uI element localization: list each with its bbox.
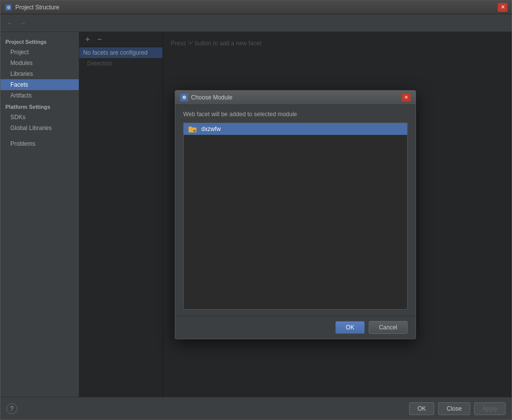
platform-settings-section: Platform Settings [0,101,79,112]
modal-title-icon: ⚙ [180,94,188,101]
modal-title-bar: ⚙ Choose Module ✕ [175,91,416,105]
ok-button[interactable]: OK [409,402,434,415]
window-close-button[interactable]: ✕ [498,3,508,12]
modal-body: Web facet will be added to selected modu… [175,105,416,316]
main-window: ⚙ Project Structure ✕ ← → Project Settin… [0,0,512,420]
sidebar-item-facets[interactable]: Facets [0,79,79,90]
svg-text:⚙: ⚙ [193,130,195,132]
back-button[interactable]: ← [4,18,15,29]
module-list: ⚙ dxzwfw [183,123,408,310]
modal-ok-button[interactable]: OK [335,321,364,334]
window-icon: ⚙ [4,3,12,11]
module-folder-icon: ⚙ [189,126,198,132]
right-panel: + − No facets are configured Detection P… [79,32,512,397]
bottom-right: OK Close Apply [409,402,506,415]
module-item-dxzwfw[interactable]: ⚙ dxzwfw [184,123,407,135]
svg-rect-3 [189,127,192,129]
bottom-bar: ? OK Close Apply [0,397,512,420]
title-bar: ⚙ Project Structure ✕ [0,0,512,14]
sidebar-item-global-libraries[interactable]: Global Libraries [0,123,79,133]
modal-close-button[interactable]: ✕ [402,94,411,101]
bottom-left: ? [6,403,17,414]
sidebar-item-project[interactable]: Project [0,47,79,58]
help-button[interactable]: ? [6,403,17,414]
sidebar-item-problems[interactable]: Problems [0,138,79,149]
modal-footer: OK Cancel [175,316,416,339]
sidebar-item-libraries[interactable]: Libraries [0,68,79,79]
choose-module-dialog: ⚙ Choose Module ✕ Web facet will be adde… [175,90,416,339]
main-body: Project Settings Project Modules Librari… [0,32,512,397]
sidebar-item-artifacts[interactable]: Artifacts [0,90,79,101]
modal-overlay: ⚙ Choose Module ✕ Web facet will be adde… [79,32,512,397]
modal-subtitle: Web facet will be added to selected modu… [183,111,408,118]
project-settings-section: Project Settings [0,36,79,47]
modal-title: Choose Module [191,94,402,101]
content-area: ← → Project Settings Project Modules Lib… [0,14,512,420]
module-label: dxzwfw [201,126,221,132]
close-button[interactable]: Close [438,402,470,415]
forward-button[interactable]: → [17,18,28,29]
sidebar-item-sdks[interactable]: SDKs [0,112,79,123]
toolbar: ← → [0,14,512,32]
apply-button[interactable]: Apply [474,402,506,415]
sidebar-item-modules[interactable]: Modules [0,58,79,68]
svg-text:⚙: ⚙ [7,5,10,10]
sidebar: Project Settings Project Modules Librari… [0,32,79,397]
window-title: Project Structure [15,4,498,11]
modal-cancel-button[interactable]: Cancel [369,321,408,334]
